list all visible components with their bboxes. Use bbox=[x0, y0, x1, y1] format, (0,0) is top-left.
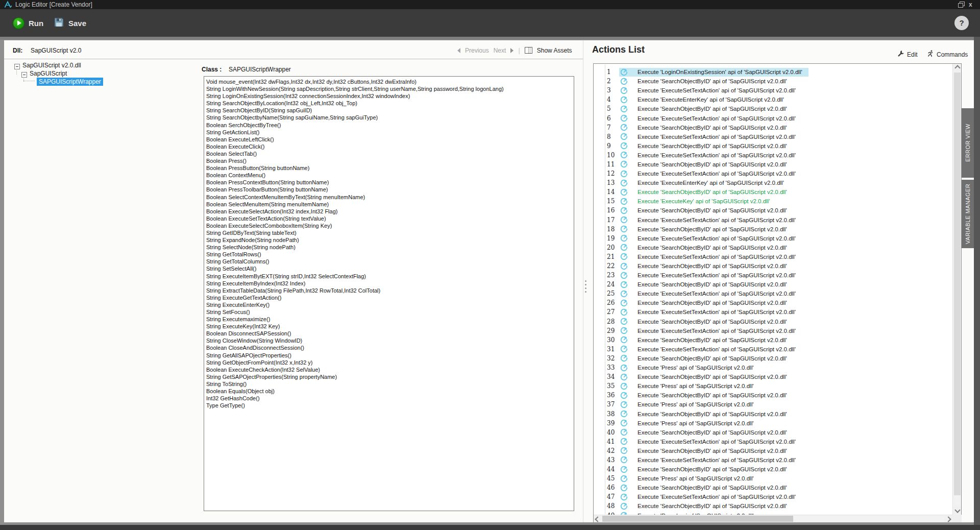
action-row[interactable]: 13 Execute 'ExecuteEnterKey' api of 'Sap… bbox=[594, 178, 952, 187]
action-row[interactable]: 30 Execute 'SearchObjectByID' api of 'Sa… bbox=[594, 335, 952, 345]
method-signature[interactable]: String SearchObjectByID(String sapGuiID) bbox=[206, 107, 574, 114]
action-row[interactable]: 36 Execute 'SearchObjectByID' api of 'Sa… bbox=[594, 391, 952, 400]
action-row[interactable]: 18 Execute 'SearchObjectByID' api of 'Sa… bbox=[594, 225, 952, 234]
tree-node-wrapper-selected[interactable]: SAPGUIScriptWrapper bbox=[37, 78, 103, 86]
method-signature[interactable]: String SelectNode(String nodePath) bbox=[206, 244, 574, 251]
method-signature[interactable]: String GetActionList() bbox=[206, 129, 574, 136]
method-signature[interactable]: Boolean ExecuteClick() bbox=[206, 143, 574, 150]
method-signature[interactable]: String GetTotalRows() bbox=[206, 251, 574, 258]
method-signature[interactable]: Boolean PressButton(String buttonName) bbox=[206, 164, 574, 172]
method-signature[interactable]: String ExecuteEnterKey() bbox=[206, 301, 574, 308]
action-row[interactable]: 5 Execute 'SearchObjectByID' api of 'Sap… bbox=[594, 104, 952, 113]
method-signature[interactable]: String SetSelectAll() bbox=[206, 265, 574, 272]
method-signature[interactable]: Boolean PressToolbarButton(String button… bbox=[206, 186, 574, 193]
action-row[interactable]: 20 Execute 'SearchObjectByID' api of 'Sa… bbox=[594, 243, 952, 252]
method-signature[interactable]: String ExecuteItemBytEXT(String strID,In… bbox=[206, 273, 574, 280]
method-signature[interactable]: Boolean Equals(Object obj) bbox=[206, 388, 574, 395]
action-row[interactable]: 14 Execute 'SearchObjectByID' api of 'Sa… bbox=[594, 187, 952, 197]
action-row[interactable]: 32 Execute 'SearchObjectByID' api of 'Sa… bbox=[594, 354, 952, 363]
action-row[interactable]: 31 Execute 'ExecuteSetTextAction' api of… bbox=[594, 345, 952, 354]
commands-button[interactable]: Commands bbox=[927, 50, 968, 59]
method-signature[interactable]: Boolean ExecuteLeftClick() bbox=[206, 136, 574, 143]
action-row[interactable]: 10 Execute 'ExecuteSetTextAction' api of… bbox=[594, 151, 952, 160]
action-row[interactable]: 6 Execute 'ExecuteSetTextAction' api of … bbox=[594, 113, 952, 123]
vertical-scrollbar[interactable] bbox=[952, 64, 961, 515]
action-row[interactable]: 23 Execute 'ExecuteSetTextAction' api of… bbox=[594, 271, 952, 280]
method-signature[interactable]: Boolean PressContextButton(String button… bbox=[206, 179, 574, 186]
action-row[interactable]: 44 Execute 'SearchObjectByID' api of 'Sa… bbox=[594, 465, 952, 474]
next-button[interactable]: Next bbox=[494, 47, 506, 54]
method-signature[interactable]: String ExtractTableData(String FilePath,… bbox=[206, 287, 574, 294]
action-row[interactable]: 33 Execute 'Press' api of 'SapGUIScript … bbox=[594, 363, 952, 372]
method-signature[interactable]: Boolean ExecuteCheckAction(Int32 SelValu… bbox=[206, 366, 574, 373]
action-row[interactable]: 28 Execute 'SearchObjectByID' api of 'Sa… bbox=[594, 317, 952, 326]
method-signature[interactable]: Boolean SelectMenuItem(String menuItemNa… bbox=[206, 201, 574, 208]
action-row[interactable]: 7 Execute 'SearchObjectByID' api of 'Sap… bbox=[594, 123, 952, 132]
method-signature[interactable]: Boolean DisconnectSAPSession() bbox=[206, 330, 574, 337]
action-row[interactable]: 48 Execute 'SearchObjectByID' api of 'Sa… bbox=[594, 501, 952, 511]
splitter-handle-icon[interactable] bbox=[585, 280, 586, 282]
tree-node-dll[interactable]: SapGUIScript v2.0.dll bbox=[22, 62, 81, 69]
action-row[interactable]: 15 Execute 'ExecuteKey' api of 'SapGUISc… bbox=[594, 197, 952, 206]
method-signature[interactable]: Void mouse_event(Int32 dwFlags,Int32 dx,… bbox=[206, 78, 574, 85]
action-row[interactable]: 49 Execute 'Press' api of 'SapGUIScript … bbox=[594, 511, 952, 515]
edit-button[interactable]: Edit bbox=[897, 50, 918, 59]
action-row[interactable]: 1 Execute 'LoginOnExistingSession' api o… bbox=[594, 67, 952, 77]
method-signature[interactable]: Boolean CloseAndDisconnectSession() bbox=[206, 344, 574, 351]
tree-collapse-icon[interactable] bbox=[21, 72, 27, 78]
method-signature[interactable]: String LoginWithNewSession(String sapDes… bbox=[206, 85, 574, 92]
method-signature[interactable]: String GetSAPOjectProperties(String prop… bbox=[206, 373, 574, 380]
action-row[interactable]: 46 Execute 'SearchObjectByID' api of 'Sa… bbox=[594, 483, 952, 492]
method-signature[interactable]: String GetIDByText(String tableText) bbox=[206, 229, 574, 236]
action-row[interactable]: 26 Execute 'SearchObjectByID' api of 'Sa… bbox=[594, 298, 952, 307]
action-row[interactable]: 24 Execute 'SearchObjectByID' api of 'Sa… bbox=[594, 280, 952, 289]
scroll-left-icon[interactable] bbox=[594, 516, 602, 522]
action-row[interactable]: 3 Execute 'ExecuteSetTextAction' api of … bbox=[594, 86, 952, 95]
run-button[interactable]: Run bbox=[13, 16, 43, 30]
action-row[interactable]: 29 Execute 'ExecuteSetTextAction' api of… bbox=[594, 326, 952, 335]
action-row[interactable]: 47 Execute 'ExecuteSetTextAction' api of… bbox=[594, 492, 952, 501]
method-signature[interactable]: String SetFocus() bbox=[206, 308, 574, 316]
scroll-up-icon[interactable] bbox=[953, 64, 961, 72]
method-signature[interactable]: String ExpandNode(String nodePath) bbox=[206, 236, 574, 244]
horizontal-scrollbar-thumb[interactable] bbox=[602, 516, 793, 522]
method-signature[interactable]: String Executemaximize() bbox=[206, 316, 574, 323]
save-button[interactable]: Save bbox=[54, 16, 86, 30]
method-signature[interactable]: String SearchObjectByLocation(Int32 obj_… bbox=[206, 100, 574, 107]
action-row[interactable]: 27 Execute 'ExecuteSetTextAction' api of… bbox=[594, 307, 952, 317]
method-signature[interactable]: String GetAllSAPOjectProperties() bbox=[206, 352, 574, 359]
action-row[interactable]: 19 Execute 'ExecuteSetTextAction' api of… bbox=[594, 234, 952, 243]
restore-window-icon[interactable] bbox=[958, 2, 965, 8]
action-row[interactable]: 38 Execute 'SearchObjectByID' api of 'Sa… bbox=[594, 409, 952, 418]
action-row[interactable]: 39 Execute 'Press' api of 'SapGUIScript … bbox=[594, 419, 952, 428]
action-row[interactable]: 21 Execute 'ExecuteSetTextAction' api of… bbox=[594, 252, 952, 261]
method-signature[interactable]: Boolean ExecuteSelectComboboxItem(String… bbox=[206, 222, 574, 229]
action-row[interactable]: 8 Execute 'ExecuteSetTextAction' api of … bbox=[594, 132, 952, 141]
action-row[interactable]: 22 Execute 'SearchObjectByID' api of 'Sa… bbox=[594, 261, 952, 271]
method-signature[interactable]: Boolean SelectTab() bbox=[206, 150, 574, 157]
action-row[interactable]: 11 Execute 'SearchObjectByID' api of 'Sa… bbox=[594, 160, 952, 169]
action-row[interactable]: 2 Execute 'SearchObjectByID' api of 'Sap… bbox=[594, 77, 952, 86]
method-signature[interactable]: String CloseWindow(String WindowID) bbox=[206, 337, 574, 344]
methods-listbox[interactable]: Void mouse_event(Int32 dwFlags,Int32 dx,… bbox=[204, 76, 574, 511]
panel-splitter[interactable] bbox=[583, 40, 583, 522]
help-button[interactable]: ? bbox=[954, 16, 969, 30]
close-window-icon[interactable]: x bbox=[969, 2, 976, 8]
action-row[interactable]: 42 Execute 'SearchObjectByID' api of 'Sa… bbox=[594, 446, 952, 455]
method-signature[interactable]: Boolean ExecuteSelectAction(Int32 index,… bbox=[206, 208, 574, 215]
action-row[interactable]: 43 Execute 'ExecuteSetTextAction' api of… bbox=[594, 455, 952, 465]
tab-error-view[interactable]: ERROR VIEW bbox=[962, 108, 974, 178]
method-signature[interactable]: Boolean Press() bbox=[206, 157, 574, 164]
method-signature[interactable]: Boolean ContextMenu() bbox=[206, 172, 574, 179]
tree-collapse-icon[interactable] bbox=[14, 64, 20, 69]
action-row[interactable]: 4 Execute 'ExecuteEnterKey' api of 'SapG… bbox=[594, 95, 952, 104]
action-row[interactable]: 37 Execute 'Press' api of 'SapGUIScript … bbox=[594, 400, 952, 409]
action-row[interactable]: 17 Execute 'ExecuteSetTextAction' api of… bbox=[594, 215, 952, 225]
action-row[interactable]: 45 Execute 'Press' api of 'SapGUIScript … bbox=[594, 474, 952, 483]
show-assets-toggle[interactable]: Show Assets bbox=[537, 47, 572, 54]
method-signature[interactable]: String LoginOnExistingSession(Int32 conn… bbox=[206, 92, 574, 100]
scroll-right-icon[interactable] bbox=[944, 516, 952, 522]
method-signature[interactable]: Boolean SerchObjectByTree() bbox=[206, 122, 574, 129]
action-row[interactable]: 41 Execute 'ExecuteSetTextAction' api of… bbox=[594, 437, 952, 446]
method-signature[interactable]: Boolean ExecuteSetTextAction(String text… bbox=[206, 215, 574, 222]
